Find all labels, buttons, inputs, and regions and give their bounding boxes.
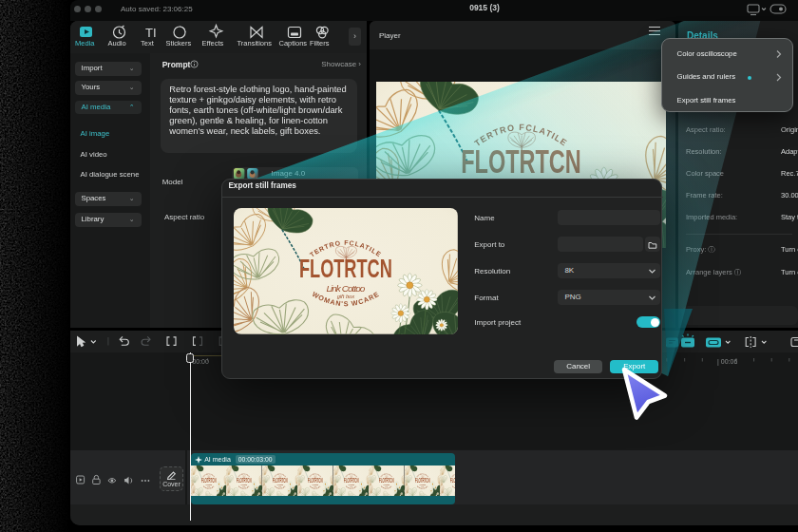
svg-text:| 00:06: | 00:06 <box>717 358 737 366</box>
svg-text:Transitions: Transitions <box>238 39 273 48</box>
svg-text:Captions: Captions <box>279 39 308 48</box>
svg-text:Effects: Effects <box>202 39 224 48</box>
svg-text:00:00: 00:00 <box>192 358 209 365</box>
svg-text:Media: Media <box>75 39 95 48</box>
svg-text:TI: TI <box>145 26 157 40</box>
svg-text:Filters: Filters <box>310 39 330 48</box>
svg-text:Stickers: Stickers <box>166 39 192 48</box>
svg-text:Text: Text <box>141 39 155 48</box>
svg-text:Audio: Audio <box>108 39 126 48</box>
